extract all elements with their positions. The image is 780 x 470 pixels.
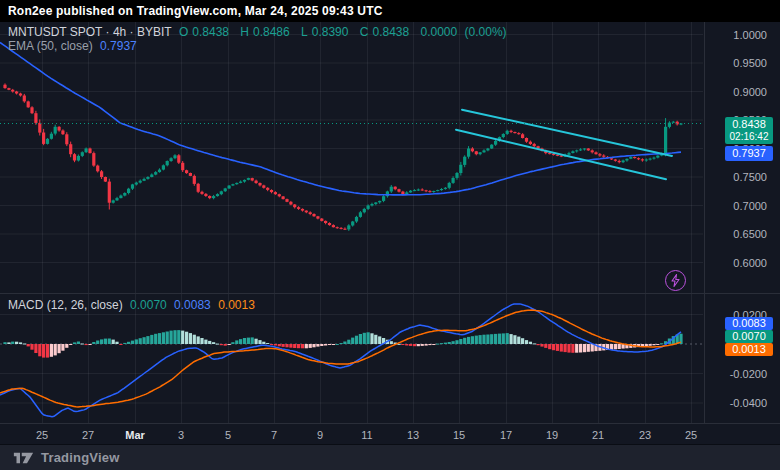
tradingview-chart-window: Ron2ee published on TradingView.com, Mar…: [0, 0, 780, 470]
high-label: H: [240, 25, 249, 39]
symbol-legend: MNTUSDT SPOT · 4h · BYBIT O0.8438 H0.848…: [8, 25, 511, 39]
price-axis-label: 0.9000: [733, 86, 767, 98]
low-label: L: [301, 25, 308, 39]
time-axis-label: 25: [685, 429, 697, 441]
macd-signal-value: 0.0013: [218, 298, 255, 312]
time-axis-label: 15: [453, 429, 465, 441]
time-axis-label: Mar: [125, 429, 145, 441]
price-axis-label: 0.7000: [733, 200, 767, 212]
ema-price-tag: 0.7937: [725, 146, 773, 161]
tradingview-logo-icon[interactable]: [13, 451, 34, 465]
macd-legend: MACD (12, 26, close) 0.0070 0.0083 0.001…: [8, 298, 259, 312]
time-axis-label: 17: [500, 429, 512, 441]
macd-axis-label: -0.0200: [730, 368, 767, 380]
time-axis-label: 5: [225, 429, 231, 441]
boost-button[interactable]: [665, 270, 686, 291]
time-axis-label: 19: [546, 429, 558, 441]
tradingview-logo-text[interactable]: TradingView: [41, 450, 120, 465]
price-axis[interactable]: [705, 22, 780, 423]
macd-label: MACD (12, 26, close): [8, 298, 123, 312]
change-percent: (0.00%): [465, 25, 507, 39]
ema-label: EMA (50, close): [8, 39, 93, 53]
macd-signal-value-tag: 0.0013: [725, 343, 773, 356]
macd-value-tag: 0.0083: [725, 317, 773, 330]
footer-bar: TradingView: [0, 444, 780, 470]
price-axis-label: 0.7500: [733, 171, 767, 183]
low-value: 0.8390: [312, 25, 349, 39]
price-axis-label: 1.0000: [733, 29, 767, 41]
open-value: 0.8438: [192, 25, 229, 39]
symbol-title: MNTUSDT SPOT · 4h · BYBIT: [8, 25, 172, 39]
time-axis-label: 21: [592, 429, 604, 441]
attribution-text: Ron2ee published on TradingView.com, Mar…: [8, 4, 383, 18]
last-price-tag: 0.8438 02:16:42: [725, 117, 773, 144]
time-axis-label: 11: [361, 429, 372, 441]
last-price-value: 0.8438: [725, 118, 773, 131]
ema-value: 0.7937: [100, 39, 137, 53]
time-axis-label: 25: [36, 429, 48, 441]
time-axis-label: 3: [178, 429, 184, 441]
close-value: 0.8438: [372, 25, 409, 39]
high-value: 0.8486: [253, 25, 290, 39]
time-axis-label: 23: [639, 429, 651, 441]
time-axis-label: 9: [317, 429, 323, 441]
close-label: C: [360, 25, 369, 39]
time-axis-label: 13: [407, 429, 419, 441]
price-axis-label: 0.6500: [733, 228, 767, 240]
ema-legend: EMA (50, close) 0.7937: [8, 39, 141, 53]
open-label: O: [179, 25, 188, 39]
price-axis-label: 0.6000: [733, 257, 767, 269]
time-axis[interactable]: [0, 424, 780, 444]
macd-hist-value: 0.0070: [130, 298, 167, 312]
lightning-bolt-icon: [670, 274, 681, 287]
macd-line-value: 0.0083: [174, 298, 211, 312]
attribution-bar: Ron2ee published on TradingView.com, Mar…: [0, 0, 780, 22]
bar-countdown: 02:16:42: [725, 131, 773, 142]
time-axis-label: 7: [271, 429, 277, 441]
chart-canvas[interactable]: [0, 0, 780, 470]
price-axis-label: 0.9500: [733, 57, 767, 69]
macd-axis-label: -0.0400: [730, 397, 767, 409]
time-axis-label: 27: [82, 429, 94, 441]
change-value: 0.0000: [421, 25, 458, 39]
macd-hist-value-tag: 0.0070: [725, 330, 773, 343]
